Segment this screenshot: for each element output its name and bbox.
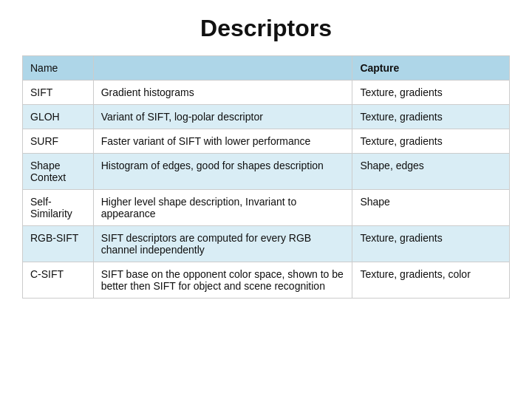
cell-capture: Texture, gradients bbox=[352, 226, 510, 262]
cell-description: Histogram of edges, good for shapes desc… bbox=[93, 154, 352, 190]
cell-name: RGB-SIFT bbox=[23, 226, 94, 262]
cell-description: SIFT descriptors are computed for every … bbox=[93, 226, 352, 262]
cell-name: SIFT bbox=[23, 81, 94, 105]
header-name: Name bbox=[23, 56, 94, 81]
cell-capture: Texture, gradients bbox=[352, 129, 510, 154]
cell-capture: Texture, gradients bbox=[352, 105, 510, 129]
table-row: SURFFaster variant of SIFT with lower pe… bbox=[23, 129, 510, 154]
table-row: SIFTGradient histogramsTexture, gradient… bbox=[23, 81, 510, 105]
page-title: Descriptors bbox=[22, 15, 510, 42]
header-capture: Capture bbox=[352, 56, 510, 81]
cell-capture: Texture, gradients, color bbox=[352, 262, 510, 299]
cell-description: Variant of SIFT, log-polar descriptor bbox=[93, 105, 352, 129]
cell-name: Shape Context bbox=[23, 154, 94, 190]
table-row: Shape ContextHistogram of edges, good fo… bbox=[23, 154, 510, 190]
cell-name: GLOH bbox=[23, 105, 94, 129]
cell-capture: Shape, edges bbox=[352, 154, 510, 190]
header-desc bbox=[93, 56, 352, 81]
cell-capture: Texture, gradients bbox=[352, 81, 510, 105]
descriptors-table: Name Capture SIFTGradient histogramsText… bbox=[22, 55, 510, 299]
cell-description: Higher level shape description, Invarian… bbox=[93, 190, 352, 226]
cell-name: SURF bbox=[23, 129, 94, 154]
cell-description: SIFT base on the opponent color space, s… bbox=[93, 262, 352, 299]
table-row: C-SIFTSIFT base on the opponent color sp… bbox=[23, 262, 510, 299]
cell-capture: Shape bbox=[352, 190, 510, 226]
table-header-row: Name Capture bbox=[23, 56, 510, 81]
table-row: RGB-SIFTSIFT descriptors are computed fo… bbox=[23, 226, 510, 262]
cell-description: Faster variant of SIFT with lower perfor… bbox=[93, 129, 352, 154]
table-row: Self-SimilarityHigher level shape descri… bbox=[23, 190, 510, 226]
cell-name: C-SIFT bbox=[23, 262, 94, 299]
cell-description: Gradient histograms bbox=[93, 81, 352, 105]
table-row: GLOHVariant of SIFT, log-polar descripto… bbox=[23, 105, 510, 129]
cell-name: Self-Similarity bbox=[23, 190, 94, 226]
